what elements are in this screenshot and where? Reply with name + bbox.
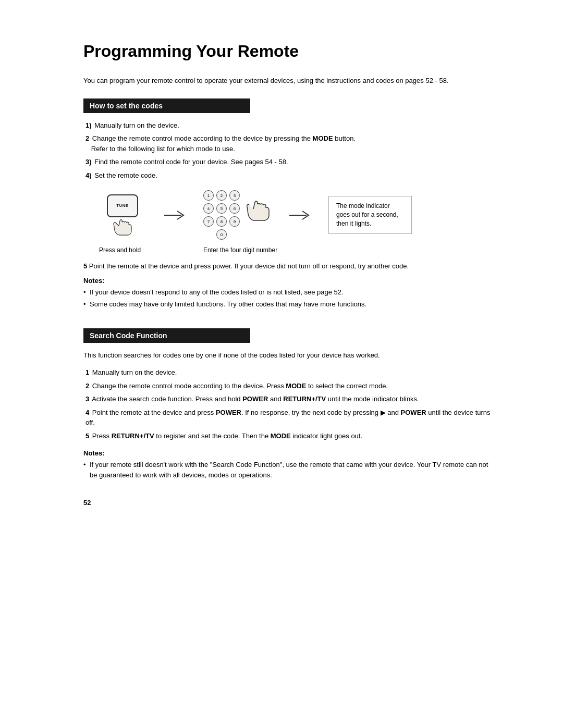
notes-list-2: If your remote still doesn't work with t… bbox=[83, 460, 495, 480]
key-1: 1 bbox=[203, 190, 214, 201]
step-4-text: Set the remote code. bbox=[94, 171, 157, 179]
s2-step-5-num: 5 bbox=[85, 432, 89, 440]
section2-header: Search Code Function bbox=[83, 328, 250, 343]
key-2: 2 bbox=[216, 190, 227, 201]
section1-steps: 1) Manually turn on the device. 2 Change… bbox=[83, 120, 495, 181]
search-intro-text: This function searches for codes one by … bbox=[83, 350, 495, 361]
arrow-icon-1 bbox=[162, 207, 188, 223]
step-5: 5 Point the remote at the device and pre… bbox=[83, 261, 495, 272]
key-3: 3 bbox=[229, 190, 240, 201]
arrow-icon-2 bbox=[287, 207, 313, 223]
key-6: 6 bbox=[229, 203, 240, 214]
key-7: 7 bbox=[203, 216, 214, 227]
key-empty bbox=[203, 229, 214, 240]
note-1-1: If your device doesn't respond to any of… bbox=[83, 287, 495, 298]
press-hand-icon bbox=[245, 201, 271, 229]
s2-step-1-num: 1 bbox=[85, 368, 89, 376]
enter-digit-label: Enter the four digit number bbox=[203, 246, 277, 254]
s2-step-5: 5 Press RETURN+/TV to register and set t… bbox=[83, 431, 495, 441]
section-search-code: Search Code Function This function searc… bbox=[83, 328, 495, 480]
key-4: 4 bbox=[203, 203, 214, 214]
s2-step-1: 1 Manually turn on the device. bbox=[83, 367, 495, 378]
mode-indicator-box: The mode indicator goes out for a second… bbox=[328, 196, 412, 233]
s2-step-4-num: 4 bbox=[85, 409, 89, 416]
section1-header: How to set the codes bbox=[83, 98, 250, 113]
step-1-text: Manually turn on the device. bbox=[94, 121, 179, 129]
notes-label-1: Notes: bbox=[83, 277, 495, 285]
key-8: 8 bbox=[216, 216, 227, 227]
step-3-num: 3) bbox=[85, 158, 92, 166]
keypad: 1 2 3 4 5 6 7 8 9 0 bbox=[203, 190, 241, 240]
step-2: 2 Change the remote control mode accordi… bbox=[83, 133, 495, 154]
diagram-area: TUNE 1 2 3 4 5 6 7 8 9 bbox=[99, 190, 495, 240]
section2-notes: Notes: If your remote still doesn't work… bbox=[83, 449, 495, 480]
s2-step-1-text: Manually turn on the device. bbox=[92, 368, 177, 376]
tune-remote-hand: TUNE bbox=[99, 194, 146, 236]
s2-step-5-text: Press RETURN+/TV to register and set the… bbox=[92, 432, 362, 440]
notes-label-2: Notes: bbox=[83, 449, 495, 457]
step-5-text: Point the remote at the device and press… bbox=[89, 262, 409, 270]
note-2-1: If your remote still doesn't work with t… bbox=[83, 460, 495, 480]
intro-text: You can program your remote control to o… bbox=[83, 76, 490, 86]
notes-list-1: If your device doesn't respond to any of… bbox=[83, 287, 495, 310]
s2-step-2: 2 Change the remote control mode accordi… bbox=[83, 381, 495, 391]
s2-step-2-text: Change the remote control mode according… bbox=[92, 382, 388, 390]
page-number: 52 bbox=[83, 499, 500, 507]
hand-icon bbox=[108, 218, 137, 236]
section2-steps: 1 Manually turn on the device. 2 Change … bbox=[83, 367, 495, 441]
step-2-text: Change the remote control mode according… bbox=[85, 134, 356, 153]
s2-step-4: 4 Point the remote at the device and pre… bbox=[83, 408, 495, 428]
step-4-num: 4) bbox=[85, 171, 92, 179]
key-9: 9 bbox=[229, 216, 240, 227]
s2-step-3-num: 3 bbox=[85, 395, 89, 403]
keypad-hand-group: 1 2 3 4 5 6 7 8 9 0 bbox=[203, 190, 271, 240]
s2-step-3-text: Activate the search code function. Press… bbox=[92, 395, 419, 403]
key-empty2 bbox=[229, 229, 240, 240]
step-3: 3) Find the remote control code for your… bbox=[83, 157, 495, 167]
diagram-labels: Press and hold Enter the four digit numb… bbox=[99, 246, 495, 254]
section1-notes: Notes: If your device doesn't respond to… bbox=[83, 277, 495, 310]
step-1-num: 1) bbox=[85, 121, 92, 129]
s2-step-4-text: Point the remote at the device and press… bbox=[85, 409, 491, 427]
tune-label: TUNE bbox=[116, 204, 128, 207]
press-hold-label: Press and hold bbox=[99, 246, 141, 254]
note-1-2: Some codes may have only limited functio… bbox=[83, 299, 495, 310]
section-how-to-set-codes: How to set the codes 1) Manually turn on… bbox=[83, 98, 495, 310]
step-3-text: Find the remote control code for your de… bbox=[94, 158, 288, 166]
step-5-num: 5 bbox=[83, 262, 87, 270]
s2-step-2-num: 2 bbox=[85, 382, 89, 390]
tune-button: TUNE bbox=[107, 194, 138, 217]
key-0: 0 bbox=[216, 229, 227, 240]
step-2-num: 2 bbox=[85, 134, 89, 142]
s2-step-3: 3 Activate the search code function. Pre… bbox=[83, 394, 495, 404]
key-5: 5 bbox=[216, 203, 227, 214]
step-1: 1) Manually turn on the device. bbox=[83, 120, 495, 131]
mode-indicator-text: The mode indicator goes out for a second… bbox=[336, 202, 398, 227]
step-4: 4) Set the remote code. bbox=[83, 170, 495, 181]
page-title: Programming Your Remote bbox=[83, 42, 500, 61]
